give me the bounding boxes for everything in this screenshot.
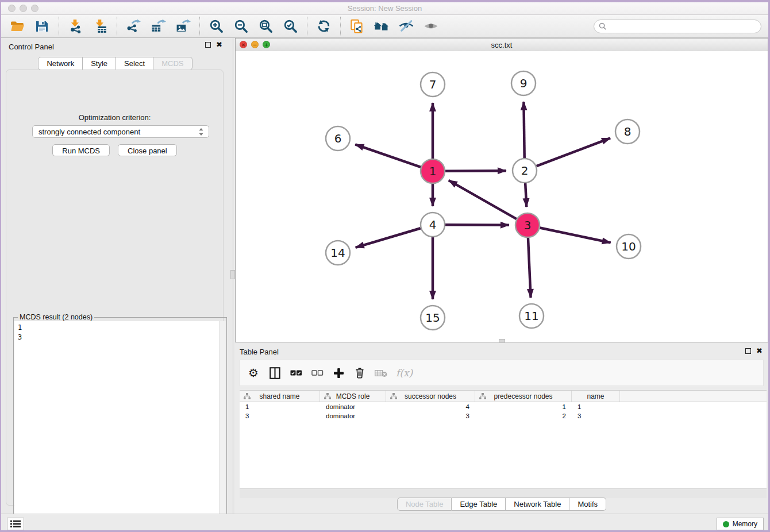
import-table-icon[interactable] (90, 17, 110, 36)
table-mode-icon[interactable]: ⚙ (247, 364, 260, 381)
tab-network[interactable]: Network (38, 57, 83, 70)
graph-node-9[interactable]: 9 (511, 71, 536, 95)
hide-selected-icon[interactable] (396, 17, 417, 36)
svg-text:10: 10 (621, 240, 636, 253)
graph-edge-2-8[interactable] (537, 138, 611, 166)
delete-columns-icon[interactable] (353, 364, 366, 381)
float-panel-icon[interactable] (205, 42, 211, 48)
graph-edge-4-3[interactable] (445, 225, 509, 225)
graph-edge-3-1[interactable] (449, 180, 517, 219)
graph-edge-1-2[interactable] (445, 171, 506, 171)
graph-node-6[interactable]: 6 (326, 126, 350, 151)
task-history-button[interactable] (7, 518, 24, 530)
toolbar-separator (117, 17, 118, 36)
refresh-view-icon[interactable] (313, 17, 334, 36)
graph-node-4[interactable]: 4 (421, 213, 445, 237)
svg-text:6: 6 (334, 132, 342, 145)
horizontal-splitter-handle[interactable] (499, 339, 505, 343)
graph-edge-3-10[interactable] (540, 228, 611, 243)
function-builder-icon[interactable]: f(x) (396, 364, 413, 381)
zoom-out-icon[interactable] (230, 17, 251, 36)
close-panel-icon[interactable]: ✖ (216, 42, 222, 48)
first-neighbors-icon[interactable] (371, 17, 392, 36)
table-scroll-strip[interactable] (240, 488, 767, 498)
create-column-icon[interactable] (332, 364, 345, 381)
tab-select[interactable]: Select (116, 57, 153, 70)
network-window-title: scc.txt (236, 41, 768, 49)
vertical-splitter-handle[interactable] (230, 270, 235, 279)
column-header-name[interactable]: name (572, 391, 620, 402)
vertical-splitter[interactable] (229, 38, 235, 514)
show-all-icon[interactable] (421, 17, 441, 36)
table-panel-title: Table Panel (240, 348, 279, 356)
table-row[interactable]: 1dominator411 (240, 402, 767, 411)
tab-style[interactable]: Style (83, 57, 116, 70)
delete-table-icon[interactable] (375, 364, 387, 381)
svg-text:9: 9 (520, 76, 528, 90)
new-network-from-selection-icon[interactable] (346, 17, 367, 36)
run-mcds-button[interactable]: Run MCDS (52, 144, 110, 156)
criterion-dropdown-value: strongly connected component (38, 128, 140, 136)
tab-mcds[interactable]: MCDS (153, 57, 192, 70)
node-table: shared nameMCDS rolesuccessor nodesprede… (240, 390, 767, 489)
graph-node-8[interactable]: 8 (615, 119, 640, 144)
export-network-icon[interactable] (123, 17, 144, 36)
column-header-MCDS-role[interactable]: MCDS role (320, 391, 386, 402)
open-session-icon[interactable] (7, 17, 28, 36)
graph-edge-3-11[interactable] (528, 238, 531, 298)
graph-node-2[interactable]: 2 (513, 159, 537, 183)
graph-node-14[interactable]: 14 (326, 241, 350, 265)
column-header-predecessor-nodes[interactable]: predecessor nodes (475, 391, 572, 402)
zoom-fit-icon[interactable] (255, 17, 276, 36)
memory-label: Memory (733, 520, 757, 528)
save-session-icon[interactable] (32, 17, 52, 36)
memory-button[interactable]: Memory (717, 518, 764, 530)
svg-text:15: 15 (425, 311, 440, 325)
graph-edge-1-6[interactable] (355, 144, 421, 167)
criterion-dropdown[interactable]: strongly connected component (32, 125, 209, 138)
tab-network-table[interactable]: Network Table (506, 498, 569, 511)
mcds-panel: Optimization criterion: strongly connect… (6, 70, 224, 506)
graph-node-10[interactable]: 10 (617, 234, 641, 259)
tab-edge-table[interactable]: Edge Table (452, 498, 506, 511)
mcds-result-title: MCDS result (2 nodes) (18, 313, 94, 321)
column-header-successor-nodes[interactable]: successor nodes (386, 391, 475, 402)
column-header-shared-name[interactable]: shared name (240, 391, 320, 402)
result-scrollbar[interactable] (219, 321, 226, 530)
float-table-panel-icon[interactable] (745, 348, 751, 354)
network-view-window: × − + scc.txt 7968124314101511 (235, 38, 768, 342)
graph-node-11[interactable]: 11 (519, 304, 544, 328)
import-network-icon[interactable] (65, 17, 86, 36)
table-toolbar: ⚙ (240, 360, 764, 386)
network-window-titlebar[interactable]: × − + scc.txt (236, 38, 768, 52)
graph-edge-4-14[interactable] (356, 228, 421, 248)
control-panel-header: Control Panel ✖ (1, 38, 229, 54)
graph-node-15[interactable]: 15 (421, 306, 445, 330)
select-all-checkboxes-icon[interactable] (290, 364, 302, 381)
zoom-selected-icon[interactable] (280, 17, 301, 36)
control-panel: Control Panel ✖ NetworkStyleSelectMCDS O… (1, 38, 229, 514)
svg-text:2: 2 (521, 164, 529, 178)
graph-edge-2-3[interactable] (525, 183, 526, 207)
clear-all-checkboxes-icon[interactable] (311, 364, 324, 381)
optimization-criterion-label: Optimization criterion: (6, 113, 223, 122)
node-table-header: shared nameMCDS rolesuccessor nodesprede… (240, 391, 767, 402)
search-input[interactable] (594, 20, 761, 33)
tab-node-table[interactable]: Node Table (397, 498, 452, 511)
graph-edge-2-9[interactable] (523, 102, 524, 158)
tab-motifs[interactable]: Motifs (569, 498, 606, 511)
mcds-result-text[interactable]: 1 3 (14, 321, 220, 530)
export-table-icon[interactable] (148, 17, 168, 36)
table-row[interactable]: 3dominator323 (240, 411, 767, 421)
graph-node-1[interactable]: 1 (421, 159, 445, 183)
show-hide-columns-icon[interactable] (268, 364, 281, 381)
close-table-panel-icon[interactable]: ✖ (756, 348, 763, 354)
network-canvas[interactable]: 7968124314101511 (236, 51, 768, 342)
close-panel-button[interactable]: Close panel (118, 144, 177, 156)
zoom-in-icon[interactable] (206, 17, 226, 36)
toolbar-separator (199, 17, 201, 36)
graph-node-3[interactable]: 3 (515, 213, 540, 237)
search-icon (599, 22, 607, 33)
graph-node-7[interactable]: 7 (421, 72, 445, 97)
export-image-icon[interactable] (172, 17, 193, 36)
